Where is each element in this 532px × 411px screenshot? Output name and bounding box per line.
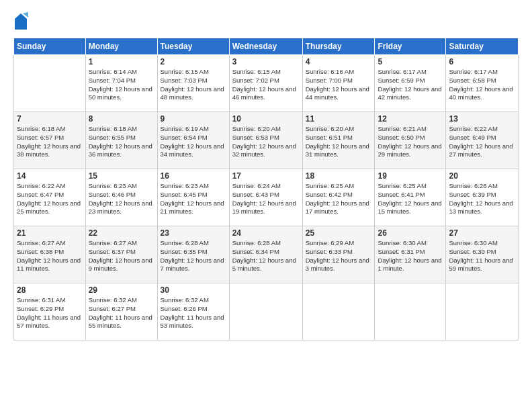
calendar-cell: 16Sunrise: 6:23 AM Sunset: 6:45 PM Dayli… bbox=[157, 169, 229, 226]
day-number: 6 bbox=[449, 57, 515, 66]
day-number: 10 bbox=[232, 114, 300, 124]
day-detail: Sunrise: 6:31 AM Sunset: 6:29 PM Dayligh… bbox=[17, 296, 83, 330]
svg-marker-0 bbox=[15, 13, 27, 30]
day-number: 7 bbox=[17, 114, 83, 124]
calendar-cell: 8Sunrise: 6:18 AM Sunset: 6:55 PM Daylig… bbox=[85, 112, 157, 169]
calendar-week-row: 14Sunrise: 6:22 AM Sunset: 6:47 PM Dayli… bbox=[14, 169, 519, 226]
day-detail: Sunrise: 6:21 AM Sunset: 6:50 PM Dayligh… bbox=[378, 125, 443, 159]
calendar-cell: 4Sunrise: 6:16 AM Sunset: 7:00 PM Daylig… bbox=[302, 55, 375, 112]
weekday-header: Thursday bbox=[302, 38, 375, 55]
day-number: 15 bbox=[89, 171, 154, 181]
calendar-cell: 6Sunrise: 6:17 AM Sunset: 6:58 PM Daylig… bbox=[446, 55, 519, 112]
day-number: 25 bbox=[306, 228, 372, 238]
day-number: 22 bbox=[89, 228, 154, 238]
day-detail: Sunrise: 6:20 AM Sunset: 6:53 PM Dayligh… bbox=[232, 125, 300, 159]
calendar-cell bbox=[302, 283, 375, 340]
day-detail: Sunrise: 6:20 AM Sunset: 6:51 PM Dayligh… bbox=[306, 125, 372, 159]
calendar-cell: 21Sunrise: 6:27 AM Sunset: 6:38 PM Dayli… bbox=[14, 226, 86, 283]
calendar-cell bbox=[446, 283, 519, 340]
day-number: 12 bbox=[378, 114, 443, 124]
calendar-week-row: 28Sunrise: 6:31 AM Sunset: 6:29 PM Dayli… bbox=[14, 283, 519, 340]
calendar-cell: 2Sunrise: 6:15 AM Sunset: 7:03 PM Daylig… bbox=[157, 55, 229, 112]
calendar-cell: 15Sunrise: 6:23 AM Sunset: 6:46 PM Dayli… bbox=[85, 169, 157, 226]
calendar-cell: 28Sunrise: 6:31 AM Sunset: 6:29 PM Dayli… bbox=[14, 283, 86, 340]
day-detail: Sunrise: 6:23 AM Sunset: 6:45 PM Dayligh… bbox=[161, 182, 226, 216]
calendar-cell: 23Sunrise: 6:28 AM Sunset: 6:35 PM Dayli… bbox=[157, 226, 229, 283]
day-detail: Sunrise: 6:27 AM Sunset: 6:38 PM Dayligh… bbox=[17, 239, 83, 273]
weekday-header: Tuesday bbox=[157, 38, 229, 55]
day-number: 2 bbox=[161, 57, 226, 66]
calendar-cell: 10Sunrise: 6:20 AM Sunset: 6:53 PM Dayli… bbox=[229, 112, 302, 169]
day-detail: Sunrise: 6:28 AM Sunset: 6:34 PM Dayligh… bbox=[232, 239, 300, 273]
day-detail: Sunrise: 6:30 AM Sunset: 6:30 PM Dayligh… bbox=[449, 239, 515, 273]
day-number: 4 bbox=[306, 57, 372, 66]
day-detail: Sunrise: 6:15 AM Sunset: 7:03 PM Dayligh… bbox=[161, 68, 226, 102]
day-number: 11 bbox=[306, 114, 372, 124]
calendar-cell: 12Sunrise: 6:21 AM Sunset: 6:50 PM Dayli… bbox=[375, 112, 446, 169]
calendar-week-row: 7Sunrise: 6:18 AM Sunset: 6:57 PM Daylig… bbox=[14, 112, 519, 169]
day-detail: Sunrise: 6:26 AM Sunset: 6:39 PM Dayligh… bbox=[449, 182, 515, 216]
calendar-cell: 18Sunrise: 6:25 AM Sunset: 6:42 PM Dayli… bbox=[302, 169, 375, 226]
calendar-cell: 7Sunrise: 6:18 AM Sunset: 6:57 PM Daylig… bbox=[14, 112, 86, 169]
day-number: 27 bbox=[449, 228, 515, 238]
day-detail: Sunrise: 6:17 AM Sunset: 6:58 PM Dayligh… bbox=[449, 68, 515, 102]
day-detail: Sunrise: 6:30 AM Sunset: 6:31 PM Dayligh… bbox=[378, 239, 443, 273]
day-detail: Sunrise: 6:22 AM Sunset: 6:47 PM Dayligh… bbox=[17, 182, 83, 216]
calendar-body: 1Sunrise: 6:14 AM Sunset: 7:04 PM Daylig… bbox=[14, 55, 519, 340]
calendar-cell: 1Sunrise: 6:14 AM Sunset: 7:04 PM Daylig… bbox=[85, 55, 157, 112]
day-number: 19 bbox=[378, 171, 443, 181]
calendar-cell: 29Sunrise: 6:32 AM Sunset: 6:27 PM Dayli… bbox=[85, 283, 157, 340]
day-detail: Sunrise: 6:14 AM Sunset: 7:04 PM Dayligh… bbox=[89, 68, 154, 102]
calendar-cell: 11Sunrise: 6:20 AM Sunset: 6:51 PM Dayli… bbox=[302, 112, 375, 169]
calendar-header-row: SundayMondayTuesdayWednesdayThursdayFrid… bbox=[14, 38, 519, 55]
calendar-cell: 20Sunrise: 6:26 AM Sunset: 6:39 PM Dayli… bbox=[446, 169, 519, 226]
day-number: 9 bbox=[161, 114, 226, 124]
day-detail: Sunrise: 6:24 AM Sunset: 6:43 PM Dayligh… bbox=[232, 182, 300, 216]
day-number: 28 bbox=[17, 285, 83, 295]
day-number: 17 bbox=[232, 171, 300, 181]
calendar-table: SundayMondayTuesdayWednesdayThursdayFrid… bbox=[13, 38, 519, 340]
day-number: 18 bbox=[306, 171, 372, 181]
weekday-header: Monday bbox=[85, 38, 157, 55]
calendar-cell: 27Sunrise: 6:30 AM Sunset: 6:30 PM Dayli… bbox=[446, 226, 519, 283]
calendar-cell: 19Sunrise: 6:25 AM Sunset: 6:41 PM Dayli… bbox=[375, 169, 446, 226]
day-number: 23 bbox=[161, 228, 226, 238]
day-number: 30 bbox=[161, 285, 226, 295]
calendar-cell bbox=[14, 55, 86, 112]
calendar-cell: 22Sunrise: 6:27 AM Sunset: 6:37 PM Dayli… bbox=[85, 226, 157, 283]
day-detail: Sunrise: 6:32 AM Sunset: 6:27 PM Dayligh… bbox=[89, 296, 154, 330]
day-number: 20 bbox=[449, 171, 515, 181]
day-detail: Sunrise: 6:25 AM Sunset: 6:41 PM Dayligh… bbox=[378, 182, 443, 216]
day-detail: Sunrise: 6:28 AM Sunset: 6:35 PM Dayligh… bbox=[161, 239, 226, 273]
weekday-header: Saturday bbox=[446, 38, 519, 55]
day-number: 5 bbox=[378, 57, 443, 66]
logo bbox=[13, 12, 31, 31]
calendar-cell bbox=[375, 283, 446, 340]
day-detail: Sunrise: 6:18 AM Sunset: 6:55 PM Dayligh… bbox=[89, 125, 154, 159]
day-detail: Sunrise: 6:15 AM Sunset: 7:02 PM Dayligh… bbox=[232, 68, 300, 102]
calendar-cell: 30Sunrise: 6:32 AM Sunset: 6:26 PM Dayli… bbox=[157, 283, 229, 340]
day-detail: Sunrise: 6:29 AM Sunset: 6:33 PM Dayligh… bbox=[306, 239, 372, 273]
weekday-header: Friday bbox=[375, 38, 446, 55]
day-detail: Sunrise: 6:25 AM Sunset: 6:42 PM Dayligh… bbox=[306, 182, 372, 216]
calendar-cell: 14Sunrise: 6:22 AM Sunset: 6:47 PM Dayli… bbox=[14, 169, 86, 226]
day-number: 1 bbox=[89, 57, 154, 66]
calendar-cell: 26Sunrise: 6:30 AM Sunset: 6:31 PM Dayli… bbox=[375, 226, 446, 283]
calendar-cell bbox=[229, 283, 302, 340]
day-number: 14 bbox=[17, 171, 83, 181]
day-number: 3 bbox=[232, 57, 300, 66]
calendar-cell: 3Sunrise: 6:15 AM Sunset: 7:02 PM Daylig… bbox=[229, 55, 302, 112]
calendar-week-row: 21Sunrise: 6:27 AM Sunset: 6:38 PM Dayli… bbox=[14, 226, 519, 283]
calendar-cell: 17Sunrise: 6:24 AM Sunset: 6:43 PM Dayli… bbox=[229, 169, 302, 226]
day-detail: Sunrise: 6:18 AM Sunset: 6:57 PM Dayligh… bbox=[17, 125, 83, 159]
calendar-week-row: 1Sunrise: 6:14 AM Sunset: 7:04 PM Daylig… bbox=[14, 55, 519, 112]
day-detail: Sunrise: 6:16 AM Sunset: 7:00 PM Dayligh… bbox=[306, 68, 372, 102]
calendar-cell: 9Sunrise: 6:19 AM Sunset: 6:54 PM Daylig… bbox=[157, 112, 229, 169]
logo-icon bbox=[13, 12, 28, 31]
calendar-cell: 5Sunrise: 6:17 AM Sunset: 6:59 PM Daylig… bbox=[375, 55, 446, 112]
weekday-header: Wednesday bbox=[229, 38, 302, 55]
calendar-cell: 25Sunrise: 6:29 AM Sunset: 6:33 PM Dayli… bbox=[302, 226, 375, 283]
calendar-cell: 24Sunrise: 6:28 AM Sunset: 6:34 PM Dayli… bbox=[229, 226, 302, 283]
day-number: 21 bbox=[17, 228, 83, 238]
day-detail: Sunrise: 6:23 AM Sunset: 6:46 PM Dayligh… bbox=[89, 182, 154, 216]
